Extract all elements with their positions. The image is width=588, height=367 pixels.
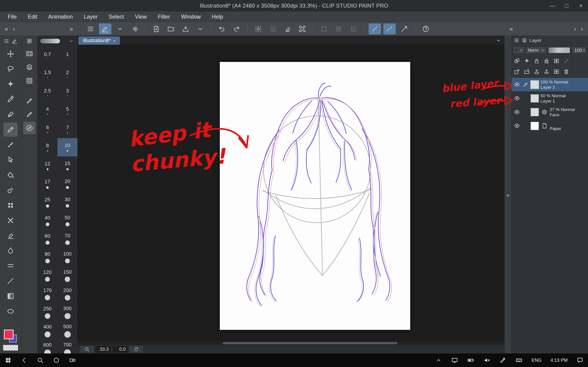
line-smoothing-toggle[interactable] [369,23,381,34]
new-canvas-button[interactable] [150,23,162,34]
menu-item[interactable]: File [2,11,22,22]
layer-visibility-toggle[interactable] [513,95,521,101]
open-file-button[interactable] [165,23,177,34]
clock[interactable]: 4:13 PM [546,353,572,367]
ruler-range-button[interactable] [563,58,569,64]
opacity-spinner[interactable]: ▲▼ [583,48,586,52]
quick-access-button[interactable] [128,23,141,34]
horizontal-scrollbar-thumb[interactable] [223,342,397,344]
frame-tool[interactable] [3,304,18,318]
brush-size-option[interactable]: 15 [57,156,78,175]
layer-palette-menu-icon[interactable] [514,38,519,43]
brush-size-option[interactable]: 80 [37,248,57,267]
pencil-tool[interactable] [3,123,18,137]
back-button[interactable] [16,353,32,367]
color-swatches[interactable] [3,329,18,343]
brush-size-option[interactable]: 3 [57,83,78,101]
save-dropdown[interactable] [194,23,207,34]
task-view-button[interactable] [64,353,80,367]
operation-tool[interactable] [3,153,18,167]
menu-item[interactable]: Window [175,11,206,22]
brush-size-option[interactable]: 1 [57,46,78,65]
battery-indicator[interactable] [463,353,479,367]
previous-workspace-button[interactable]: ‹ [572,22,578,35]
brush-size-option[interactable]: 60 [37,230,57,248]
brush-size-option[interactable]: 5 [57,101,78,120]
subtool-grid-icon[interactable] [27,38,32,44]
pen-tool[interactable] [3,107,18,122]
canvas-viewport[interactable] [78,45,504,345]
brush-size-option[interactable]: 10 [57,138,78,156]
brush-tool[interactable] [3,138,18,152]
transparent-color-swatch[interactable] [3,345,18,351]
minimize-button[interactable]: — [545,0,560,11]
rotation-angle-value[interactable]: 0.0 [112,346,128,352]
transfer-to-lower-layer-button[interactable] [534,69,540,75]
brush-size-option[interactable]: 25 [37,193,57,211]
fill-tool[interactable] [3,168,18,182]
liquify-tool[interactable] [3,259,18,273]
brush-size-option[interactable]: 170 [37,285,57,303]
brush-size-option[interactable]: 200 [57,285,78,303]
timeline-palette-button[interactable] [23,48,36,60]
previous-palette-button[interactable]: ‹ [10,22,17,35]
brush-size-option[interactable]: 7 [57,120,78,138]
airbrush-tool[interactable] [3,183,18,197]
selection-new-button[interactable] [318,23,330,34]
brush-size-option[interactable]: 1.5 [37,65,57,83]
brush-size-option[interactable]: 70 [57,230,78,248]
snap-to-ruler-toggle[interactable] [252,23,264,34]
collapse-left-dock-button[interactable]: « [2,22,10,35]
canvas-tab[interactable]: Illustration8* ● [78,36,120,45]
menu-item[interactable]: Animation [43,11,78,22]
save-button[interactable] [179,23,192,34]
volume-muted-button[interactable] [479,353,495,367]
layer-visibility-toggle[interactable] [513,109,521,115]
new-raster-layer-button[interactable] [514,69,520,75]
layer-row[interactable]: 27 % Normal Face [511,105,588,119]
material-palette-button[interactable] [23,61,36,73]
windows-ink-button[interactable] [495,353,511,367]
layer-visibility-toggle[interactable] [513,81,521,88]
hidden-icons-button[interactable] [431,353,447,367]
brush-size-option[interactable]: 40 [37,211,57,230]
horizontal-scrollbar[interactable] [78,341,504,345]
subtool-pencil-option-3[interactable] [23,122,36,134]
transform-button[interactable] [296,23,309,34]
brush-size-option[interactable]: 4 [37,101,57,120]
brush-size-option[interactable]: 30 [57,193,78,211]
action-center-button[interactable] [572,353,588,367]
canvas-page[interactable] [220,62,410,330]
curve-tool-toggle[interactable] [383,23,396,34]
brush-size-option[interactable]: 300 [57,303,78,322]
brush-size-option[interactable]: 2.5 [37,83,57,101]
create-layer-mask-button[interactable] [553,69,560,75]
brush-size-option[interactable]: 600 [37,340,57,353]
reset-rotation-button[interactable] [130,346,143,353]
expand-left-dock-button[interactable]: » [67,22,75,35]
object-snap-toggle[interactable] [281,23,294,34]
brush-size-option[interactable]: 250 [37,303,57,322]
display-settings-button[interactable] [447,353,463,367]
menu-item[interactable]: View [130,11,153,22]
mix-tool[interactable] [3,213,18,227]
merge-down-button[interactable] [544,69,550,75]
lock-transparent-pixels-button[interactable] [544,58,550,64]
brush-size-option[interactable]: 500 [57,322,78,340]
layer-combine-button[interactable] [514,58,520,64]
touch-keyboard-button[interactable] [511,353,527,367]
menu-item[interactable]: Layer [78,11,103,22]
blend-mode-select[interactable]: Norm [526,47,546,54]
opacity-value-box[interactable]: 100 ▲▼ [572,47,586,54]
gradient-tool[interactable] [3,289,18,303]
layer-color-dropdown[interactable] [513,47,524,54]
delete-layer-button[interactable] [563,69,569,75]
collapse-right-dock-button[interactable]: « [507,22,515,35]
brush-size-option[interactable]: 0.7 [37,46,57,65]
next-workspace-button[interactable]: › [579,22,585,35]
brush-size-option[interactable]: 12 [37,156,57,175]
move-tool[interactable] [3,47,18,61]
line-tool-button[interactable] [398,23,410,34]
redo-button[interactable] [230,23,243,34]
layer-row[interactable]: 50 % Normal Layer 1 [511,92,588,105]
